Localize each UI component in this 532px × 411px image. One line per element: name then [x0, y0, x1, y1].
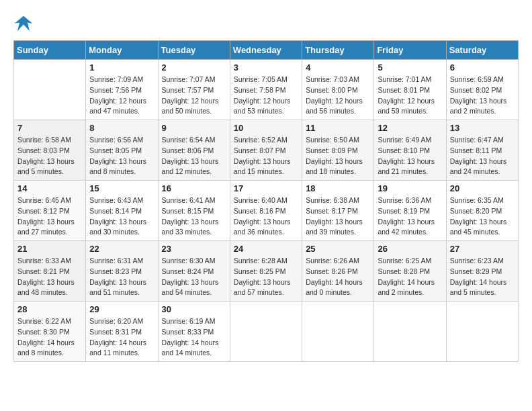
day-info: Sunrise: 6:33 AMSunset: 8:21 PMDaylight:…: [17, 256, 82, 298]
day-info: Sunrise: 7:07 AMSunset: 7:57 PMDaylight:…: [162, 75, 226, 117]
calendar-week-row: 7Sunrise: 6:58 AMSunset: 8:03 PMDaylight…: [14, 120, 519, 181]
calendar-cell: 6Sunrise: 6:59 AMSunset: 8:02 PMDaylight…: [446, 60, 518, 120]
calendar-cell: 26Sunrise: 6:25 AMSunset: 8:28 PMDayligh…: [374, 241, 446, 302]
day-info: Sunrise: 6:36 AMSunset: 8:19 PMDaylight:…: [378, 195, 442, 238]
day-number: 8: [89, 123, 154, 133]
day-info: Sunrise: 6:45 AMSunset: 8:12 PMDaylight:…: [17, 195, 82, 238]
day-info: Sunrise: 6:20 AMSunset: 8:31 PMDaylight:…: [89, 316, 154, 359]
calendar-week-row: 28Sunrise: 6:22 AMSunset: 8:30 PMDayligh…: [14, 302, 519, 362]
day-number: 9: [162, 123, 226, 133]
day-number: 6: [450, 62, 515, 73]
calendar-cell: 20Sunrise: 6:35 AMSunset: 8:20 PMDayligh…: [446, 181, 518, 241]
day-number: 17: [234, 183, 298, 193]
day-number: 5: [378, 62, 442, 73]
calendar-cell: 23Sunrise: 6:30 AMSunset: 8:24 PMDayligh…: [158, 241, 230, 302]
calendar-cell: 22Sunrise: 6:31 AMSunset: 8:23 PMDayligh…: [86, 241, 158, 302]
page-header: [13, 13, 519, 34]
calendar-cell: 1Sunrise: 7:09 AMSunset: 7:56 PMDaylight…: [86, 60, 158, 120]
calendar-cell: [230, 302, 302, 362]
day-number: 11: [306, 123, 370, 133]
day-number: 1: [89, 62, 154, 73]
day-number: 25: [306, 244, 370, 254]
day-info: Sunrise: 6:25 AMSunset: 8:28 PMDaylight:…: [378, 256, 442, 298]
column-header-tuesday: Tuesday: [158, 41, 230, 60]
calendar-cell: 15Sunrise: 6:43 AMSunset: 8:14 PMDayligh…: [86, 181, 158, 241]
calendar-table: SundayMondayTuesdayWednesdayThursdayFrid…: [13, 40, 519, 362]
calendar-cell: 10Sunrise: 6:52 AMSunset: 8:07 PMDayligh…: [230, 120, 302, 181]
day-info: Sunrise: 6:50 AMSunset: 8:09 PMDaylight:…: [306, 135, 370, 177]
calendar-cell: 9Sunrise: 6:54 AMSunset: 8:06 PMDaylight…: [158, 120, 230, 181]
calendar-cell: 21Sunrise: 6:33 AMSunset: 8:21 PMDayligh…: [14, 241, 86, 302]
day-info: Sunrise: 6:59 AMSunset: 8:02 PMDaylight:…: [450, 75, 515, 117]
calendar-cell: 14Sunrise: 6:45 AMSunset: 8:12 PMDayligh…: [14, 181, 86, 241]
day-info: Sunrise: 6:26 AMSunset: 8:26 PMDaylight:…: [306, 256, 370, 298]
day-info: Sunrise: 7:03 AMSunset: 8:00 PMDaylight:…: [306, 75, 370, 117]
calendar-cell: 29Sunrise: 6:20 AMSunset: 8:31 PMDayligh…: [86, 302, 158, 362]
calendar-week-row: 1Sunrise: 7:09 AMSunset: 7:56 PMDaylight…: [14, 60, 519, 120]
day-number: 18: [306, 183, 370, 193]
day-number: 26: [378, 244, 442, 254]
calendar-cell: 8Sunrise: 6:56 AMSunset: 8:05 PMDaylight…: [86, 120, 158, 181]
calendar-cell: 11Sunrise: 6:50 AMSunset: 8:09 PMDayligh…: [302, 120, 374, 181]
day-number: 24: [234, 244, 298, 254]
calendar-cell: 18Sunrise: 6:38 AMSunset: 8:17 PMDayligh…: [302, 181, 374, 241]
day-number: 12: [378, 123, 442, 133]
day-number: 15: [89, 183, 154, 193]
column-header-sunday: Sunday: [14, 41, 86, 60]
day-number: 10: [234, 123, 298, 133]
calendar-cell: [446, 302, 518, 362]
day-number: 29: [89, 304, 154, 314]
day-info: Sunrise: 6:43 AMSunset: 8:14 PMDaylight:…: [89, 195, 154, 238]
day-number: 28: [17, 304, 82, 314]
calendar-cell: 7Sunrise: 6:58 AMSunset: 8:03 PMDaylight…: [14, 120, 86, 181]
day-info: Sunrise: 6:58 AMSunset: 8:03 PMDaylight:…: [17, 135, 82, 177]
day-info: Sunrise: 6:35 AMSunset: 8:20 PMDaylight:…: [450, 195, 515, 238]
calendar-cell: 30Sunrise: 6:19 AMSunset: 8:33 PMDayligh…: [158, 302, 230, 362]
calendar-week-row: 21Sunrise: 6:33 AMSunset: 8:21 PMDayligh…: [14, 241, 519, 302]
day-info: Sunrise: 6:22 AMSunset: 8:30 PMDaylight:…: [17, 316, 82, 359]
column-header-friday: Friday: [374, 41, 446, 60]
day-info: Sunrise: 6:40 AMSunset: 8:16 PMDaylight:…: [234, 195, 298, 238]
calendar-cell: 25Sunrise: 6:26 AMSunset: 8:26 PMDayligh…: [302, 241, 374, 302]
day-number: 19: [378, 183, 442, 193]
day-number: 30: [162, 304, 226, 314]
day-info: Sunrise: 6:49 AMSunset: 8:10 PMDaylight:…: [378, 135, 442, 177]
day-info: Sunrise: 6:54 AMSunset: 8:06 PMDaylight:…: [162, 135, 226, 177]
calendar-week-row: 14Sunrise: 6:45 AMSunset: 8:12 PMDayligh…: [14, 181, 519, 241]
day-info: Sunrise: 6:19 AMSunset: 8:33 PMDaylight:…: [162, 316, 226, 359]
day-info: Sunrise: 6:31 AMSunset: 8:23 PMDaylight:…: [89, 256, 154, 298]
day-info: Sunrise: 6:41 AMSunset: 8:15 PMDaylight:…: [162, 195, 226, 238]
day-info: Sunrise: 7:05 AMSunset: 7:58 PMDaylight:…: [234, 75, 298, 117]
day-info: Sunrise: 6:28 AMSunset: 8:25 PMDaylight:…: [234, 256, 298, 298]
calendar-cell: 4Sunrise: 7:03 AMSunset: 8:00 PMDaylight…: [302, 60, 374, 120]
day-number: 21: [17, 244, 82, 254]
calendar-cell: [14, 60, 86, 120]
day-number: 22: [89, 244, 154, 254]
column-header-saturday: Saturday: [446, 41, 518, 60]
calendar-cell: 19Sunrise: 6:36 AMSunset: 8:19 PMDayligh…: [374, 181, 446, 241]
day-number: 20: [450, 183, 515, 193]
day-number: 7: [17, 123, 82, 133]
day-info: Sunrise: 6:47 AMSunset: 8:11 PMDaylight:…: [450, 135, 515, 177]
logo-icon: [13, 13, 34, 34]
day-info: Sunrise: 7:01 AMSunset: 8:01 PMDaylight:…: [378, 75, 442, 117]
calendar-cell: [374, 302, 446, 362]
day-number: 3: [234, 62, 298, 73]
column-header-wednesday: Wednesday: [230, 41, 302, 60]
calendar-cell: 2Sunrise: 7:07 AMSunset: 7:57 PMDaylight…: [158, 60, 230, 120]
calendar-cell: 24Sunrise: 6:28 AMSunset: 8:25 PMDayligh…: [230, 241, 302, 302]
day-info: Sunrise: 6:23 AMSunset: 8:29 PMDaylight:…: [450, 256, 515, 298]
day-number: 2: [162, 62, 226, 73]
calendar-cell: 5Sunrise: 7:01 AMSunset: 8:01 PMDaylight…: [374, 60, 446, 120]
day-number: 16: [162, 183, 226, 193]
calendar-header-row: SundayMondayTuesdayWednesdayThursdayFrid…: [14, 41, 519, 60]
calendar-cell: 17Sunrise: 6:40 AMSunset: 8:16 PMDayligh…: [230, 181, 302, 241]
column-header-thursday: Thursday: [302, 41, 374, 60]
logo: [13, 13, 36, 34]
day-info: Sunrise: 6:52 AMSunset: 8:07 PMDaylight:…: [234, 135, 298, 177]
calendar-cell: 12Sunrise: 6:49 AMSunset: 8:10 PMDayligh…: [374, 120, 446, 181]
day-info: Sunrise: 6:30 AMSunset: 8:24 PMDaylight:…: [162, 256, 226, 298]
calendar-cell: 16Sunrise: 6:41 AMSunset: 8:15 PMDayligh…: [158, 181, 230, 241]
day-number: 4: [306, 62, 370, 73]
day-info: Sunrise: 6:56 AMSunset: 8:05 PMDaylight:…: [89, 135, 154, 177]
